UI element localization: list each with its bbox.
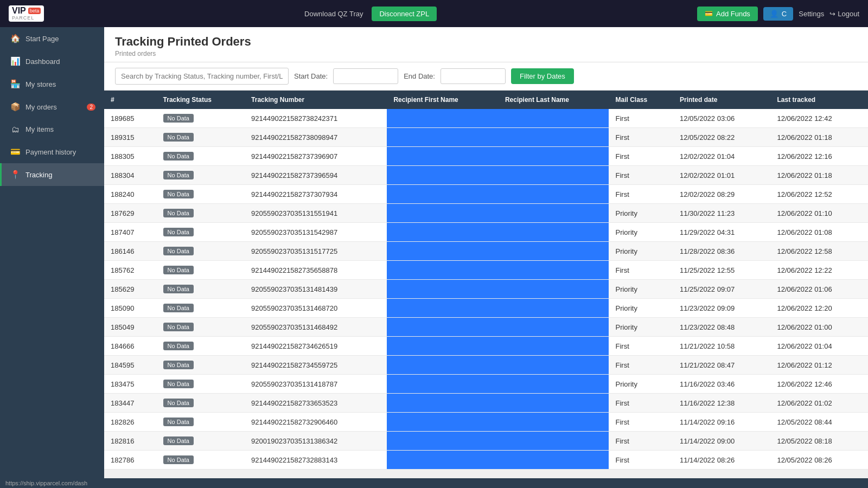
cell-printed-date: 11/14/2022 09:16	[673, 413, 770, 432]
sidebar-label-my-stores: My stores	[25, 80, 56, 88]
col-id: #	[104, 91, 157, 109]
cell-last-tracked: 12/06/2022 12:58	[770, 242, 868, 261]
cell-tracking-number: 92055902370351314187​87	[245, 375, 387, 394]
cell-printed-date: 11/16/2022 12:38	[673, 394, 770, 413]
cell-recipient-first	[387, 299, 498, 318]
cell-tracking-number: 92055902370351314814​39	[245, 280, 387, 299]
cell-mail-class: First	[609, 147, 673, 166]
table-row: 187407 No Data 92055902370351315429​87 P…	[104, 223, 868, 242]
cell-tracking-number: 92144902215827328831​43	[245, 451, 387, 470]
table-row: 183447 No Data 92144902215827336535​23 F…	[104, 394, 868, 413]
cell-tracking-number: 92055902370351315177​25	[245, 242, 387, 261]
cell-mail-class: Priority	[609, 242, 673, 261]
cell-last-tracked: 12/06/2022 01:08	[770, 223, 868, 242]
sidebar-label-dashboard: Dashboard	[25, 57, 60, 66]
cell-id: 185762	[104, 261, 157, 280]
cell-status: No Data	[157, 128, 245, 147]
cell-tracking-number: 92144902215827373079​34	[245, 185, 387, 204]
cell-recipient-first	[387, 147, 498, 166]
cell-status: No Data	[157, 318, 245, 337]
main-content: Tracking Printed Orders Printed orders S…	[104, 27, 868, 478]
cell-status: No Data	[157, 242, 245, 261]
cell-mail-class: First	[609, 128, 673, 147]
cell-id: 187407	[104, 223, 157, 242]
table-row: 182786 No Data 92144902215827328831​43 F…	[104, 451, 868, 470]
cell-last-tracked: 12/06/2022 12:16	[770, 147, 868, 166]
cell-last-tracked: 12/06/2022 01:12	[770, 356, 868, 375]
filter-bar: Start Date: End Date: Filter by Dates	[104, 62, 868, 91]
logout-label: Logout	[838, 10, 859, 18]
add-funds-button[interactable]: Add Funds	[697, 7, 758, 21]
cell-recipient-last	[499, 280, 609, 299]
cell-recipient-first	[387, 375, 498, 394]
disconnect-zpl-button[interactable]: Disconnect ZPL	[372, 7, 437, 21]
cell-printed-date: 11/21/2022 08:47	[673, 356, 770, 375]
cell-mail-class: Priority	[609, 375, 673, 394]
sidebar-item-payment-history[interactable]: 💳 Payment history	[0, 140, 104, 163]
cell-last-tracked: 12/06/2022 12:42	[770, 109, 868, 128]
cell-printed-date: 11/23/2022 09:09	[673, 299, 770, 318]
table-row: 186146 No Data 92055902370351315177​25 P…	[104, 242, 868, 261]
sidebar-item-tracking[interactable]: 📍 Tracking	[0, 163, 104, 186]
cell-tracking-number: 92144902215827380989​47	[245, 128, 387, 147]
logout-link[interactable]: ↪ Logout	[829, 10, 859, 18]
cell-recipient-last	[499, 147, 609, 166]
sidebar-icon-dashboard: 📊	[10, 56, 20, 66]
filter-by-dates-button[interactable]: Filter by Dates	[511, 68, 574, 84]
cell-recipient-last	[499, 451, 609, 470]
statusbar-url: https://ship.vipparcel.com/dash	[5, 480, 87, 486]
table-row: 189315 No Data 92144902215827380989​47 F…	[104, 128, 868, 147]
cell-tracking-number: 92055902370351315519​41	[245, 204, 387, 223]
cell-status: No Data	[157, 204, 245, 223]
cell-recipient-first	[387, 128, 498, 147]
cell-id: 188305	[104, 147, 157, 166]
col-recipient-last: Recipient Last Name	[499, 91, 609, 109]
cell-mail-class: First	[609, 109, 673, 128]
sidebar-label-payment-history: Payment history	[25, 148, 76, 156]
end-date-input[interactable]	[441, 68, 506, 84]
table-row: 188305 No Data 92144902215827373969​07 F…	[104, 147, 868, 166]
cell-recipient-first	[387, 166, 498, 185]
cell-printed-date: 11/23/2022 08:48	[673, 318, 770, 337]
user-balance: 👤 C	[763, 7, 793, 21]
cell-id: 189685	[104, 109, 157, 128]
cell-status: No Data	[157, 166, 245, 185]
cell-recipient-last	[499, 432, 609, 451]
table-row: 184595 No Data 92144902215827345597​25 a…	[104, 356, 868, 375]
cell-id: 182786	[104, 451, 157, 470]
logo-text: VIP	[12, 7, 26, 15]
sidebar-icon-tracking: 📍	[10, 170, 20, 179]
sidebar-item-my-stores[interactable]: 🏪 My stores	[0, 73, 104, 95]
cell-mail-class: Priority	[609, 318, 673, 337]
settings-link[interactable]: Settings	[799, 10, 824, 18]
sidebar-item-dashboard[interactable]: 📊 Dashboard	[0, 50, 104, 73]
cell-status: No Data	[157, 375, 245, 394]
cell-recipient-first	[387, 337, 498, 356]
logo-sub: PARCEL	[12, 15, 41, 21]
start-date-input[interactable]	[333, 68, 398, 84]
sidebar-icon-my-stores: 🏪	[10, 79, 20, 89]
cell-status: No Data	[157, 432, 245, 451]
download-qz-link[interactable]: Download QZ Tray	[304, 10, 363, 18]
cell-recipient-last	[499, 299, 609, 318]
cell-printed-date: 12/02/2022 01:01	[673, 166, 770, 185]
table-row: 189685 No Data 92144902215827382423​71 F…	[104, 109, 868, 128]
cell-printed-date: 11/25/2022 09:07	[673, 280, 770, 299]
sidebar-label-my-orders: My orders	[25, 103, 57, 111]
cell-status: No Data	[157, 299, 245, 318]
cell-id: 184595	[104, 356, 157, 375]
cell-mail-class: Priority	[609, 280, 673, 299]
page-title: Tracking Printed Orders	[115, 35, 857, 49]
cell-status: No Data	[157, 280, 245, 299]
cell-last-tracked: 12/06/2022 12:52	[770, 185, 868, 204]
sidebar-item-start-page[interactable]: 🏠 Start Page	[0, 27, 104, 50]
cell-tracking-number: 92144902215827346265​19	[245, 337, 387, 356]
cell-recipient-first	[387, 185, 498, 204]
cell-status: No Data	[157, 223, 245, 242]
search-input[interactable]	[115, 68, 289, 85]
sidebar-item-my-orders[interactable]: 📦 My orders 2	[0, 95, 104, 118]
cell-recipient-first	[387, 356, 498, 375]
cell-recipient-first	[387, 280, 498, 299]
layout: 🏠 Start Page 📊 Dashboard 🏪 My stores 📦 M…	[0, 27, 868, 478]
sidebar-item-my-items[interactable]: 🗂 My items	[0, 118, 104, 140]
